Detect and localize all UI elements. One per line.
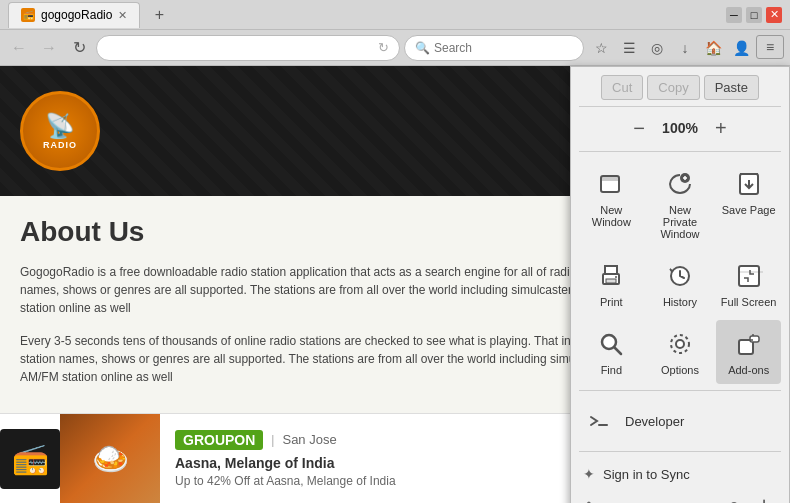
maximize-button[interactable]: □ — [746, 7, 762, 23]
private-window-icon — [664, 168, 696, 200]
tab-title: gogogoRadio — [41, 8, 112, 22]
cut-button[interactable]: Cut — [601, 75, 643, 100]
save-page-button[interactable]: Save Page — [716, 160, 781, 248]
menu-button[interactable]: ≡ — [756, 35, 784, 59]
svg-rect-8 — [606, 279, 616, 283]
active-tab[interactable]: 📻 gogogoRadio ✕ — [8, 2, 140, 28]
options-button[interactable]: Options — [648, 320, 713, 384]
pocket-button[interactable]: ◎ — [644, 35, 670, 61]
download-button[interactable]: ↓ — [672, 35, 698, 61]
customize-icon: ✤ — [583, 499, 595, 503]
logo-circle: 📡 RADIO — [20, 91, 100, 171]
history-icon — [664, 260, 696, 292]
addons-icon — [733, 328, 765, 360]
print-button[interactable]: Print — [579, 252, 644, 316]
svg-point-14 — [676, 340, 684, 348]
url-bar[interactable]: ↻ — [96, 35, 400, 61]
groupon-logo: GROUPON — [175, 430, 263, 450]
logo-radio-text: RADIO — [43, 140, 77, 150]
full-screen-button[interactable]: Full Screen — [716, 252, 781, 316]
help-button[interactable]: ? — [721, 494, 747, 503]
title-bar: 📻 gogogoRadio ✕ + ─ □ ✕ — [0, 0, 790, 30]
search-input[interactable] — [434, 41, 573, 55]
find-icon — [595, 328, 627, 360]
radio-waves-icon: 📡 — [45, 112, 75, 140]
reading-list-button[interactable]: ☰ — [616, 35, 642, 61]
svg-rect-1 — [601, 176, 619, 181]
new-window-button[interactable]: New Window — [579, 160, 644, 248]
options-label: Options — [661, 364, 699, 376]
new-tab-button[interactable]: + — [148, 4, 170, 26]
zoom-value: 100% — [662, 120, 698, 136]
full-screen-icon — [733, 260, 765, 292]
paste-button[interactable]: Paste — [704, 75, 759, 100]
power-button[interactable]: ⏻ — [751, 494, 777, 503]
menu-grid: New Window New Private Window — [579, 160, 781, 391]
minimize-button[interactable]: ─ — [726, 7, 742, 23]
new-private-window-button[interactable]: New Private Window — [648, 160, 713, 248]
history-button[interactable]: History — [648, 252, 713, 316]
refresh-icon: ↻ — [378, 40, 389, 55]
close-button[interactable]: ✕ — [766, 7, 782, 23]
sign-in-row[interactable]: ✦ Sign in to Sync — [579, 460, 781, 488]
ad-location: San Jose — [282, 432, 336, 447]
svg-rect-11 — [739, 266, 759, 286]
menu-bottom: ✦ Sign in to Sync ✤ Customize ? ⏻ — [579, 456, 781, 503]
save-page-icon — [733, 168, 765, 200]
new-window-icon — [595, 168, 627, 200]
customize-row[interactable]: ✤ Customize ? ⏻ — [579, 488, 781, 503]
main-area: 📡 RADIO About Us GogogoRadio is a free d… — [0, 66, 790, 503]
svg-rect-7 — [605, 266, 617, 274]
ad-separator: | — [271, 433, 274, 447]
new-window-label: New Window — [583, 204, 640, 228]
ad-radio-icon: 📻 — [0, 429, 60, 489]
customize-label: Customize — [603, 500, 664, 504]
sign-in-label: Sign in to Sync — [603, 467, 690, 482]
search-bar[interactable]: 🔍 — [404, 35, 584, 61]
firefox-menu: Cut Copy Paste − 100% + New Window — [570, 66, 790, 503]
ad-food-image: 🍛 — [60, 414, 160, 504]
save-page-label: Save Page — [722, 204, 776, 216]
tab-bar: 📻 gogogoRadio ✕ + — [8, 2, 170, 28]
window-controls: ─ □ ✕ — [726, 7, 782, 23]
svg-point-9 — [615, 276, 617, 278]
bookmark-button[interactable]: ☆ — [588, 35, 614, 61]
options-icon — [664, 328, 696, 360]
addons-label: Add-ons — [728, 364, 769, 376]
back-button[interactable]: ← — [6, 35, 32, 61]
print-label: Print — [600, 296, 623, 308]
svg-rect-17 — [750, 336, 759, 342]
developer-label: Developer — [625, 414, 684, 429]
tab-favicon: 📻 — [21, 8, 35, 22]
history-label: History — [663, 296, 697, 308]
zoom-row: − 100% + — [579, 113, 781, 152]
forward-button[interactable]: → — [36, 35, 62, 61]
sync-button[interactable]: 👤 — [728, 35, 754, 61]
copy-button[interactable]: Copy — [647, 75, 699, 100]
addons-button[interactable]: Add-ons — [716, 320, 781, 384]
menu-bottom-icons: ? ⏻ — [721, 494, 777, 503]
full-screen-label: Full Screen — [721, 296, 777, 308]
nav-icon-group: ☆ ☰ ◎ ↓ 🏠 👤 ≡ — [588, 35, 784, 61]
find-button[interactable]: Find — [579, 320, 644, 384]
sync-icon: ✦ — [583, 466, 595, 482]
nav-bar: ← → ↻ ↻ 🔍 ☆ ☰ ◎ ↓ 🏠 👤 ≡ — [0, 30, 790, 66]
home-button[interactable]: 🏠 — [700, 35, 726, 61]
private-window-label: New Private Window — [652, 204, 709, 240]
find-label: Find — [601, 364, 622, 376]
print-icon — [595, 260, 627, 292]
refresh-button[interactable]: ↻ — [66, 35, 92, 61]
tab-close-button[interactable]: ✕ — [118, 9, 127, 22]
search-icon: 🔍 — [415, 41, 430, 55]
svg-line-13 — [615, 348, 622, 355]
zoom-in-button[interactable]: + — [706, 113, 736, 143]
zoom-out-button[interactable]: − — [624, 113, 654, 143]
edit-buttons-row: Cut Copy Paste — [579, 75, 781, 107]
logo-container: 📡 RADIO — [20, 91, 100, 171]
developer-button[interactable]: Developer — [579, 397, 781, 445]
developer-icon — [583, 405, 615, 437]
